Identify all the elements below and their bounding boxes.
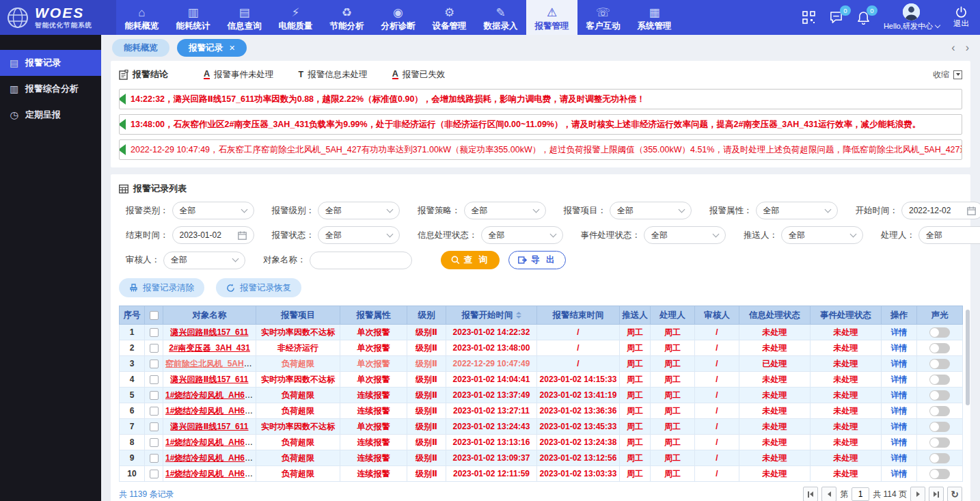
tab-close-icon[interactable]: ✕ <box>229 44 235 53</box>
nav-item-device[interactable]: ⚙设备管理 <box>424 0 475 35</box>
column-header-label: 处理人 <box>659 310 685 320</box>
next-page-button[interactable] <box>910 487 925 501</box>
first-page-button[interactable] <box>803 487 818 501</box>
export-button[interactable]: 导 出 <box>508 251 566 269</box>
object-name-link[interactable]: 1#烧结冷却风机_AH6_... <box>165 390 256 400</box>
nav-item-stats[interactable]: ▥能耗统计 <box>167 0 219 35</box>
sidebar-item-alarm-records[interactable]: ▤报警记录 <box>0 50 101 76</box>
sound-light-toggle[interactable] <box>929 453 950 463</box>
clear-records-button[interactable]: 报警记录清除 <box>119 278 204 297</box>
nav-item-alarm[interactable]: ⚠报警管理 <box>526 0 577 35</box>
object-name-link[interactable]: 1#烧结冷却风机_AH6_... <box>165 453 256 463</box>
nav-item-power-quality[interactable]: ⚡电能质量 <box>270 0 321 35</box>
table-row: 51#烧结冷却风机_AH6_...负荷超限连续报警级别Ⅱ2023-01-02 1… <box>120 388 963 403</box>
column-header-报警开始时间[interactable]: 报警开始时间 <box>446 306 537 325</box>
tab-能耗概览[interactable]: 能耗概览 <box>112 39 169 57</box>
object-name-link[interactable]: 1#烧结冷却风机_AH6_... <box>165 406 256 416</box>
sound-light-toggle[interactable] <box>929 437 950 448</box>
prev-page-button[interactable] <box>821 487 836 501</box>
filter-select-报警类别[interactable]: 全部 <box>172 202 254 219</box>
detail-link[interactable]: 详情 <box>891 359 908 368</box>
nav-item-diagnosis[interactable]: ◉分析诊断 <box>372 0 424 35</box>
object-name-link[interactable]: 潞兴回路Ⅱ线157_611 <box>171 327 249 337</box>
row-number: 10 <box>127 469 136 478</box>
detail-link[interactable]: 详情 <box>891 390 908 400</box>
column-header-审核人: 审核人 <box>695 306 739 325</box>
tab-scroll-left-icon[interactable]: ‹ <box>951 42 955 54</box>
row-checkbox[interactable] <box>150 470 159 478</box>
filter-select-信息处理状态[interactable]: 全部 <box>481 226 563 244</box>
nav-item-overview[interactable]: ⌂能耗概览 <box>116 0 167 35</box>
clock-icon: ◷ <box>9 109 19 120</box>
cell-pusher: 周工 <box>620 388 651 403</box>
row-checkbox[interactable] <box>150 360 159 368</box>
sound-light-toggle[interactable] <box>929 375 950 385</box>
date-picker-结束时间[interactable]: 2023-01-02 <box>172 226 254 244</box>
tab-scroll-right-icon[interactable]: › <box>966 42 969 54</box>
sidebar-item-periodic-report[interactable]: ◷定期呈报 <box>0 102 101 128</box>
row-checkbox[interactable] <box>150 375 159 384</box>
row-checkbox[interactable] <box>150 438 159 447</box>
detail-link[interactable]: 详情 <box>891 422 908 431</box>
sound-light-toggle[interactable] <box>929 390 950 401</box>
sort-icon[interactable] <box>516 312 521 319</box>
row-checkbox[interactable] <box>150 391 159 400</box>
sound-light-toggle[interactable] <box>929 343 950 353</box>
user-menu[interactable]: Hello,研发中心 <box>884 3 940 31</box>
date-picker-开始时间[interactable]: 2022-12-02 <box>901 202 980 219</box>
collapse-button[interactable]: 收缩 <box>933 69 962 81</box>
qr-code-icon[interactable] <box>802 11 815 24</box>
detail-link[interactable]: 详情 <box>891 437 908 447</box>
filter-select-推送人[interactable]: 全部 <box>781 226 863 244</box>
row-checkbox[interactable] <box>150 422 159 431</box>
page-number-input[interactable] <box>852 487 869 501</box>
filter-select-报警策略[interactable]: 全部 <box>464 202 546 219</box>
detail-link[interactable]: 详情 <box>891 343 908 353</box>
sound-light-toggle[interactable] <box>929 422 950 432</box>
detail-link[interactable]: 详情 <box>891 375 908 384</box>
row-checkbox[interactable] <box>150 328 159 337</box>
sound-light-toggle[interactable] <box>929 359 950 369</box>
restore-records-button[interactable]: 报警记录恢复 <box>216 278 301 297</box>
nav-item-info-query[interactable]: ▤信息查询 <box>219 0 270 35</box>
row-checkbox[interactable] <box>150 344 159 353</box>
sidebar-item-alarm-analysis[interactable]: ▥报警综合分析 <box>0 76 101 102</box>
sound-light-toggle[interactable] <box>929 406 950 416</box>
select-all-checkbox[interactable] <box>150 311 159 320</box>
notification-bell-icon[interactable]: 0 <box>857 11 870 25</box>
filter-select-审核人[interactable]: 全部 <box>163 252 245 269</box>
object-name-link[interactable]: 潞兴回路Ⅱ线157_611 <box>171 375 249 384</box>
last-page-button[interactable] <box>929 487 944 501</box>
filter-select-报警状态[interactable]: 全部 <box>318 226 400 244</box>
object-name-link[interactable]: 潞兴回路Ⅱ线157_611 <box>171 422 249 431</box>
cell-event_status: 未处理 <box>811 340 882 356</box>
filter-select-报警级别[interactable]: 全部 <box>318 202 400 219</box>
table-scrollbar[interactable] <box>966 310 970 405</box>
filter-select-报警属性[interactable]: 全部 <box>756 202 838 219</box>
filter-select-报警项目[interactable]: 全部 <box>610 202 692 219</box>
detail-link[interactable]: 详情 <box>891 327 908 337</box>
logout-button[interactable]: 退出 <box>953 6 969 29</box>
filter-select-事件处理状态[interactable]: 全部 <box>644 226 726 244</box>
nav-item-saving-analysis[interactable]: ♻节能分析 <box>321 0 372 35</box>
message-icon[interactable]: 0 <box>829 11 843 24</box>
row-checkbox[interactable] <box>150 407 159 416</box>
sound-light-toggle[interactable] <box>929 327 950 338</box>
tab-报警记录[interactable]: 报警记录✕ <box>177 39 247 57</box>
object-name-link[interactable]: 1#烧结冷却风机_AH6_... <box>165 437 256 447</box>
object-name-link[interactable]: 窑前除尘北风机_5AH_... <box>165 359 255 368</box>
object-name-link[interactable]: 2#南变压器_3AH_431 <box>169 343 250 353</box>
nav-item-system[interactable]: ▦系统管理 <box>629 0 680 35</box>
nav-item-data-entry[interactable]: ✎数据录入 <box>475 0 526 35</box>
search-button[interactable]: 查 询 <box>441 251 500 269</box>
object-name-input[interactable] <box>310 252 412 269</box>
refresh-button[interactable]: ↻ <box>947 487 962 501</box>
nav-item-customer[interactable]: ☏客户互动 <box>577 0 629 35</box>
object-name-link[interactable]: 1#烧结冷却风机_AH6_... <box>165 469 256 478</box>
detail-link[interactable]: 详情 <box>891 406 908 416</box>
sound-light-toggle[interactable] <box>929 469 950 479</box>
detail-link[interactable]: 详情 <box>891 469 908 478</box>
filter-select-处理人[interactable]: 全部 <box>918 226 980 244</box>
row-checkbox[interactable] <box>150 454 159 463</box>
detail-link[interactable]: 详情 <box>891 453 908 463</box>
